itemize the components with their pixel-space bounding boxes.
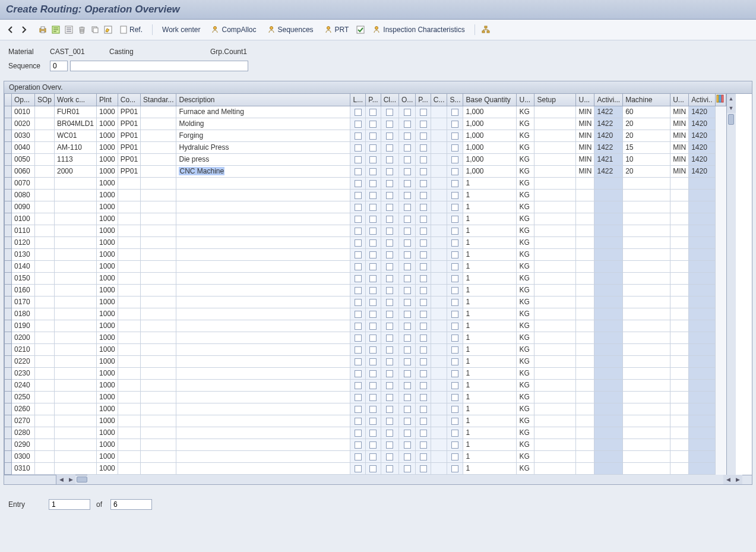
- cell-op[interactable]: 0120: [12, 236, 35, 248]
- cell-p1[interactable]: [366, 308, 381, 320]
- cell-op[interactable]: 0050: [12, 153, 35, 165]
- cell-std[interactable]: [141, 130, 176, 141]
- cell-s[interactable]: [447, 427, 463, 439]
- cell-desc[interactable]: [176, 189, 350, 201]
- cell-desc[interactable]: [176, 284, 350, 296]
- cell-desc[interactable]: [176, 320, 350, 332]
- checkbox[interactable]: [355, 358, 362, 365]
- cell-u1[interactable]: KG: [517, 332, 534, 343]
- cell-act2[interactable]: [689, 427, 715, 439]
- cell-p1[interactable]: [366, 296, 381, 308]
- cell-wc[interactable]: [55, 427, 97, 439]
- sequence-input[interactable]: [50, 61, 68, 71]
- cell-cl[interactable]: [381, 118, 398, 130]
- cell-o[interactable]: [398, 320, 415, 332]
- hscroll-thumb[interactable]: [77, 477, 87, 482]
- table-row[interactable]: 010010001KG: [5, 213, 726, 225]
- cell-act2[interactable]: [689, 201, 715, 213]
- cell-std[interactable]: [141, 177, 176, 189]
- cell-act1[interactable]: [594, 225, 623, 236]
- cell-desc[interactable]: Molding: [176, 118, 350, 130]
- cell-bq[interactable]: 1: [463, 296, 517, 308]
- cell-bq[interactable]: 1,000: [463, 130, 517, 141]
- cell-c[interactable]: [431, 106, 447, 118]
- cell-selector[interactable]: [5, 308, 12, 320]
- table-row[interactable]: 029010001KG: [5, 439, 726, 450]
- col-header-op[interactable]: Op...: [12, 94, 35, 106]
- checkbox[interactable]: [420, 121, 427, 128]
- checkbox[interactable]: [355, 311, 362, 318]
- cell-l[interactable]: [350, 320, 366, 332]
- checkbox[interactable]: [420, 228, 427, 235]
- cell-u2[interactable]: [576, 272, 594, 284]
- cell-wc[interactable]: FUR01: [55, 106, 97, 118]
- cell-selector[interactable]: [5, 141, 12, 153]
- cell-bq[interactable]: 1,000: [463, 141, 517, 153]
- checkbox[interactable]: [420, 382, 427, 389]
- cell-sop[interactable]: [35, 248, 55, 260]
- cell-plnt[interactable]: 1000: [97, 189, 118, 201]
- cell-plnt[interactable]: 1000: [97, 332, 118, 343]
- checkbox[interactable]: [369, 370, 377, 377]
- cell-s[interactable]: [447, 165, 463, 177]
- cell-std[interactable]: [141, 332, 176, 343]
- cell-cl[interactable]: [381, 272, 398, 284]
- cell-act1[interactable]: [594, 260, 623, 272]
- cell-op[interactable]: 0300: [12, 450, 35, 462]
- checkbox[interactable]: [404, 133, 411, 140]
- cell-p1[interactable]: [366, 427, 381, 439]
- checkbox[interactable]: [369, 216, 377, 223]
- checkbox[interactable]: [451, 453, 458, 460]
- cell-u2[interactable]: [576, 379, 594, 391]
- cell-p2[interactable]: [416, 106, 431, 118]
- cell-o[interactable]: [398, 450, 415, 462]
- cell-s[interactable]: [447, 189, 463, 201]
- cell-selector[interactable]: [5, 225, 12, 236]
- cell-l[interactable]: [350, 272, 366, 284]
- hierarchy-icon[interactable]: [480, 24, 492, 36]
- cell-p2[interactable]: [416, 439, 431, 450]
- cell-p2[interactable]: [416, 415, 431, 427]
- cell-cl[interactable]: [381, 355, 398, 367]
- cell-o[interactable]: [398, 403, 415, 415]
- checkbox[interactable]: [404, 311, 411, 318]
- table-row[interactable]: 013010001KG: [5, 248, 726, 260]
- cell-u3[interactable]: [670, 427, 689, 439]
- checkbox[interactable]: [369, 275, 377, 282]
- cell-p1[interactable]: [366, 201, 381, 213]
- cell-desc[interactable]: [176, 260, 350, 272]
- table-row[interactable]: 027010001KG: [5, 415, 726, 427]
- checkbox[interactable]: [369, 430, 377, 437]
- cell-selector[interactable]: [5, 391, 12, 403]
- cell-s[interactable]: [447, 248, 463, 260]
- checkbox[interactable]: [386, 263, 393, 270]
- copy-icon[interactable]: [89, 24, 101, 36]
- cell-bq[interactable]: 1: [463, 201, 517, 213]
- cell-act1[interactable]: [594, 367, 623, 379]
- cell-sop[interactable]: [35, 201, 55, 213]
- cell-bq[interactable]: 1: [463, 391, 517, 403]
- cell-co[interactable]: [118, 296, 140, 308]
- checkbox[interactable]: [369, 335, 377, 342]
- cell-act2[interactable]: [689, 320, 715, 332]
- cell-plnt[interactable]: 1000: [97, 130, 118, 141]
- cell-p2[interactable]: [416, 225, 431, 236]
- cell-setup[interactable]: [534, 106, 576, 118]
- checkbox[interactable]: [451, 406, 458, 413]
- cell-selector[interactable]: [5, 415, 12, 427]
- cell-mach[interactable]: [623, 189, 670, 201]
- cell-co[interactable]: [118, 439, 140, 450]
- checkbox[interactable]: [404, 121, 411, 128]
- checkbox[interactable]: [386, 441, 393, 449]
- cell-c[interactable]: [431, 391, 447, 403]
- cell-act2[interactable]: [689, 236, 715, 248]
- cell-mach[interactable]: [623, 225, 670, 236]
- cell-setup[interactable]: [534, 177, 576, 189]
- checkbox[interactable]: [451, 251, 458, 258]
- cell-p1[interactable]: [366, 118, 381, 130]
- cell-selector[interactable]: [5, 284, 12, 296]
- cell-p2[interactable]: [416, 272, 431, 284]
- checkbox[interactable]: [404, 453, 411, 460]
- cell-l[interactable]: [350, 201, 366, 213]
- cell-op[interactable]: 0210: [12, 343, 35, 355]
